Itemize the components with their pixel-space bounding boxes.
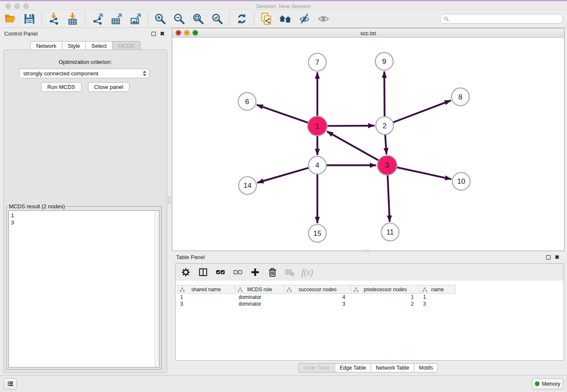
close-table-panel-icon[interactable]: ✖ bbox=[555, 255, 559, 259]
split-panel-icon[interactable] bbox=[198, 267, 208, 277]
column-header-mcds-role[interactable]: MCDS role bbox=[235, 285, 284, 294]
open-session-icon[interactable] bbox=[4, 13, 17, 25]
tab-node-table[interactable]: Node Table bbox=[298, 363, 335, 373]
zoom-out-icon[interactable] bbox=[173, 13, 185, 25]
cell-shared-name[interactable]: 1 bbox=[177, 294, 235, 301]
copy-network-icon[interactable] bbox=[260, 13, 272, 25]
float-panel-icon[interactable] bbox=[151, 32, 156, 36]
column-type-icon bbox=[286, 287, 292, 293]
result-scrollbar[interactable] bbox=[154, 211, 159, 367]
column-label: MCDS role bbox=[247, 287, 272, 293]
cell-predecessor-nodes[interactable]: 2 bbox=[351, 301, 420, 307]
node-2[interactable]: 2 bbox=[376, 117, 394, 135]
node-9[interactable]: 9 bbox=[375, 52, 393, 70]
column-label: successor nodes bbox=[298, 287, 336, 293]
edge-2-8[interactable] bbox=[385, 100, 451, 125]
node-label: 7 bbox=[315, 58, 319, 66]
table-panel-tabs: Node TableEdge TableNetwork TableMotifs bbox=[172, 363, 564, 373]
node-6[interactable]: 6 bbox=[238, 93, 256, 110]
import-table-icon[interactable] bbox=[67, 13, 79, 25]
node-1[interactable]: 1 bbox=[308, 116, 327, 136]
zoom-selected-icon[interactable] bbox=[211, 13, 223, 25]
node-14[interactable]: 14 bbox=[239, 177, 256, 194]
node-10[interactable]: 10 bbox=[452, 172, 470, 190]
cell-successor-nodes[interactable]: 3 bbox=[284, 301, 351, 307]
export-table-icon[interactable] bbox=[110, 13, 123, 25]
mcds-result-text[interactable]: 13 bbox=[8, 210, 160, 367]
column-header-predecessor-nodes[interactable]: predecessor nodes bbox=[351, 285, 420, 294]
zoom-fit-icon[interactable] bbox=[192, 13, 204, 25]
cell-mcds-role[interactable]: dominator bbox=[235, 301, 284, 307]
node-11[interactable]: 11 bbox=[381, 223, 399, 241]
vertical-divider-grip[interactable] bbox=[168, 196, 171, 204]
run-mcds-button[interactable]: Run MCDS bbox=[41, 82, 82, 92]
column-header-successor-nodes[interactable]: successor nodes bbox=[284, 285, 351, 294]
zoom-in-icon[interactable] bbox=[154, 13, 166, 25]
deselect-all-rows-icon[interactable] bbox=[233, 267, 243, 277]
cell-successor-nodes[interactable]: 4 bbox=[284, 294, 351, 301]
search-input[interactable] bbox=[449, 16, 560, 22]
status-bar: Memory bbox=[0, 375, 567, 392]
export-image-icon[interactable] bbox=[129, 13, 142, 25]
node-label: 8 bbox=[458, 93, 462, 101]
main-toolbar bbox=[0, 9, 567, 28]
save-session-icon[interactable] bbox=[23, 13, 36, 25]
add-column-icon[interactable] bbox=[250, 267, 260, 277]
network-view-window: ✕ − + scc.txt 7968124314101511 bbox=[172, 28, 564, 251]
float-table-panel-icon[interactable] bbox=[546, 255, 550, 259]
node-8[interactable]: 8 bbox=[451, 88, 469, 106]
cell-predecessor-nodes[interactable]: 1 bbox=[351, 294, 420, 301]
network-graph[interactable]: 7968124314101511 bbox=[172, 38, 564, 251]
memory-label: Memory bbox=[542, 381, 560, 387]
hide-selected-icon[interactable] bbox=[298, 13, 311, 25]
tab-edge-table[interactable]: Edge Table bbox=[335, 363, 371, 373]
edge-3-1[interactable] bbox=[327, 131, 387, 165]
tab-motifs[interactable]: Motifs bbox=[414, 363, 438, 373]
task-list-icon bbox=[7, 380, 14, 387]
memory-button[interactable]: Memory bbox=[532, 378, 563, 389]
close-panel-button[interactable]: Close panel bbox=[88, 82, 130, 92]
select-all-rows-icon[interactable] bbox=[215, 267, 226, 277]
refresh-layout-icon[interactable] bbox=[236, 13, 248, 25]
network-window-titlebar[interactable]: ✕ − + scc.txt bbox=[172, 28, 564, 38]
column-type-icon bbox=[422, 287, 427, 293]
node-4[interactable]: 4 bbox=[308, 156, 326, 174]
first-neighbors-icon[interactable] bbox=[279, 13, 292, 25]
optimization-criterion-select[interactable]: strongly connected component bbox=[19, 69, 149, 78]
node-label: 14 bbox=[244, 182, 252, 190]
column-header-name[interactable]: name bbox=[420, 285, 456, 294]
cell-name[interactable]: 1 bbox=[420, 294, 456, 301]
cell-name[interactable]: 3 bbox=[420, 301, 456, 307]
control-panel: Control Panel ✖ NetworkStyleSelectMCDS O… bbox=[0, 28, 171, 375]
cell-mcds-role[interactable]: dominator bbox=[235, 294, 284, 301]
show-all-icon bbox=[317, 13, 330, 25]
column-type-icon bbox=[237, 287, 243, 293]
table-toolbar: f(x) bbox=[176, 264, 564, 281]
export-network-icon[interactable] bbox=[91, 13, 104, 25]
search-field[interactable] bbox=[440, 14, 563, 24]
tab-network-table[interactable]: Network Table bbox=[371, 363, 414, 373]
table-body: 1dominator4113dominator323 bbox=[177, 294, 564, 307]
mcds-result-line: 1 bbox=[11, 212, 157, 219]
table-row[interactable]: 3dominator323 bbox=[177, 301, 564, 307]
mcds-result-title: MCDS result (2 nodes) bbox=[8, 203, 66, 210]
mcds-panel: Optimization criterion: strongly connect… bbox=[3, 50, 167, 373]
network-canvas[interactable]: 7968124314101511 bbox=[172, 38, 564, 251]
node-label: 11 bbox=[386, 228, 394, 236]
close-panel-icon[interactable]: ✖ bbox=[160, 32, 165, 36]
cell-shared-name[interactable]: 3 bbox=[177, 301, 235, 307]
table-settings-icon[interactable] bbox=[181, 267, 191, 277]
node-15[interactable]: 15 bbox=[308, 224, 326, 242]
toolbar-separator bbox=[85, 11, 85, 26]
delete-rows-icon[interactable] bbox=[267, 267, 278, 277]
table-row[interactable]: 1dominator411 bbox=[177, 294, 564, 301]
import-network-icon[interactable] bbox=[48, 13, 60, 25]
node-label: 15 bbox=[314, 229, 322, 237]
toolbar-separator bbox=[148, 11, 148, 26]
task-history-button[interactable] bbox=[4, 378, 17, 389]
column-header-shared-name[interactable]: shared name bbox=[177, 285, 235, 294]
node-3[interactable]: 3 bbox=[377, 155, 397, 175]
toolbar-separator bbox=[229, 11, 230, 26]
table-panel: Table Panel ✖ f(x) shared nameMCDS roles… bbox=[172, 252, 564, 375]
node-7[interactable]: 7 bbox=[308, 53, 326, 71]
